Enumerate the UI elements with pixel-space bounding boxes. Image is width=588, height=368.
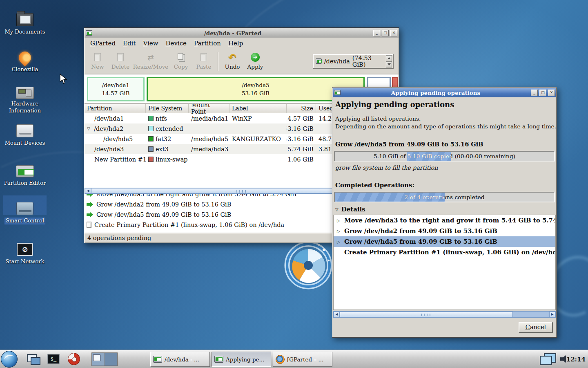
minimize-button[interactable]: _	[373, 30, 380, 36]
device-icon	[316, 58, 322, 64]
close-button[interactable]: ✕	[548, 90, 555, 96]
terminal-button[interactable]: $_	[46, 352, 61, 366]
pager-desktop-1[interactable]	[92, 353, 105, 366]
copy-icon	[176, 52, 186, 62]
clonezilla-launcher-button[interactable]	[66, 352, 82, 366]
undo-button[interactable]: ↶ Undo	[221, 50, 244, 73]
cancel-button[interactable]: Cancel	[519, 322, 553, 333]
gparted-titlebar[interactable]: /dev/hda - GParted _ □ ✕	[85, 28, 399, 38]
spin-down-icon[interactable]	[386, 61, 392, 67]
column-header-filesystem[interactable]: File System	[146, 104, 189, 113]
cell-filesystem: ntfs	[146, 115, 189, 122]
detail-row-selected[interactable]: ▷Grow /dev/hda5 from 49.09 GiB to 53.16 …	[334, 236, 555, 247]
cell-partition: /dev/hda3	[85, 146, 146, 153]
maximize-button[interactable]: □	[539, 90, 546, 96]
gparted-window-title: /dev/hda - GParted	[94, 30, 372, 36]
partition-box-hda1[interactable]: /dev/hda1 14.57 GiB	[87, 77, 145, 101]
folder-icon	[16, 13, 33, 26]
minimize-button[interactable]: _	[531, 90, 538, 96]
column-header-mount-point[interactable]: Mount Point	[189, 104, 229, 113]
desktop-icon-label: Hardware Information	[3, 101, 47, 114]
current-operation-title: Grow /dev/hda5 from 49.09 GiB to 53.16 G…	[335, 141, 483, 148]
desktop-icon-start-network[interactable]: ⊘ Start Network	[3, 236, 47, 265]
column-header-size[interactable]: Size	[287, 104, 316, 113]
desktop-icon-smart-control[interactable]: Smart Control	[3, 195, 47, 224]
device-selector[interactable]: /dev/hda (74.53 GiB)	[313, 54, 394, 69]
taskbar-clock: 12:14	[566, 350, 586, 368]
new-button[interactable]: New	[86, 50, 109, 73]
desktop-icon-hardware-information[interactable]: Hardware Information	[3, 79, 47, 114]
menu-gparted[interactable]: GParted	[87, 38, 119, 48]
cell-size: 53.16 GiB	[287, 126, 316, 132]
window-switcher-button[interactable]	[25, 352, 41, 366]
row-expander-icon[interactable]: ▽	[87, 126, 92, 131]
pager-desktop-2[interactable]	[105, 353, 118, 366]
details-horizontal-scrollbar[interactable]: ◀ ▶	[333, 311, 556, 318]
delete-button-label: Delete	[111, 63, 130, 70]
dialog-window-icon	[334, 90, 341, 95]
delete-button[interactable]: Delete	[109, 50, 132, 73]
desktop-icon-clonezilla[interactable]: Clonezilla	[3, 44, 47, 73]
scrollbar-track[interactable]	[513, 312, 549, 317]
undo-icon: ↶	[227, 52, 237, 62]
partition-box-size: 53.16 GiB	[242, 89, 270, 97]
desktop-pager[interactable]	[91, 352, 118, 366]
red-disc-icon	[68, 353, 80, 365]
menu-view[interactable]: View	[139, 38, 162, 48]
dialog-titlebar[interactable]: Applying pending operations _ □ ✕	[333, 88, 556, 97]
scrollbar-thumb[interactable]	[340, 312, 513, 317]
display-settings-icon[interactable]	[540, 353, 556, 365]
operation-text: Create Primary Partition #1 (linux-swap,…	[94, 222, 284, 228]
task-label: /dev/hda - ...	[165, 356, 199, 363]
detail-row[interactable]: ▷Grow /dev/hda2 from 49.09 GiB to 53.16 …	[334, 226, 555, 236]
desktop-icon-my-documents[interactable]: My Documents	[3, 7, 47, 36]
dialog-heading: Applying pending operations	[335, 100, 454, 109]
taskbar-task-applying[interactable]: Applying pe...	[212, 352, 271, 367]
resize-arrow-icon	[87, 212, 94, 218]
details-expander[interactable]: ▽ Details	[335, 206, 365, 213]
gparted-menubar: GParted Edit View Device Partition Help	[85, 38, 399, 49]
copy-button[interactable]: Copy	[169, 50, 192, 73]
cell-size: 14.57 GiB	[287, 115, 316, 122]
apply-icon: ➜	[250, 52, 260, 62]
paste-button[interactable]: Paste	[192, 50, 215, 73]
detail-row[interactable]: Create Primary Partition #1 (linux-swap,…	[334, 247, 555, 258]
resize-move-button[interactable]: ⇄ Resize/Move	[132, 50, 169, 73]
details-list: ▷Move /dev/hda3 to the right and grow it…	[333, 215, 556, 310]
start-menu-button[interactable]	[1, 351, 18, 368]
taskbar: $_ /dev/hda - ... Applying pe... [GParte…	[0, 350, 588, 368]
menu-help[interactable]: Help	[225, 38, 247, 48]
device-spinner[interactable]	[386, 55, 392, 67]
taskbar-task-gparted[interactable]: /dev/hda - ...	[150, 352, 210, 367]
column-header-partition[interactable]: Partition	[85, 104, 146, 113]
column-header-label[interactable]: Label	[229, 104, 287, 113]
spin-up-icon[interactable]	[386, 55, 392, 61]
desktop-icon-mount-devices[interactable]: Mount Devices	[3, 118, 47, 147]
apply-button[interactable]: ➜ Apply	[244, 50, 267, 73]
desktop-icon-label: Clonezilla	[11, 66, 38, 73]
maximize-button[interactable]: □	[382, 30, 389, 36]
scroll-left-icon[interactable]: ◀	[334, 312, 340, 317]
desktop-icon-label: Mount Devices	[5, 140, 45, 147]
new-button-label: New	[91, 63, 104, 70]
menu-partition[interactable]: Partition	[190, 38, 225, 48]
fs-color-swatch	[148, 146, 154, 152]
partition-box-size: 14.57 GiB	[102, 89, 130, 97]
chevron-right-icon[interactable]: ▷	[337, 229, 341, 233]
chevron-right-icon[interactable]: ▷	[337, 218, 341, 223]
total-progressbar: 2 of 4 operations completed 2 of 4 opera…	[334, 192, 555, 202]
task-label: Applying pe...	[226, 356, 264, 363]
taskbar-task-browser[interactable]: [GParted – ...	[273, 352, 332, 367]
detail-row[interactable]: ▷Move /dev/hda3 to the right and grow it…	[334, 215, 555, 226]
desktop-icon-partition-editor[interactable]: Partition Editor	[3, 158, 47, 187]
resize-move-button-label: Resize/Move	[133, 63, 169, 70]
gparted-icon	[214, 356, 223, 363]
fs-color-swatch	[148, 116, 154, 121]
chevron-right-icon[interactable]: ▷	[337, 240, 341, 244]
scroll-right-icon[interactable]: ▶	[549, 312, 555, 317]
close-button[interactable]: ✕	[390, 30, 397, 36]
cell-size: 53.16 GiB	[287, 136, 316, 142]
menu-device[interactable]: Device	[162, 38, 190, 48]
menu-edit[interactable]: Edit	[119, 38, 139, 48]
scroll-left-icon[interactable]: ◀	[85, 188, 91, 193]
